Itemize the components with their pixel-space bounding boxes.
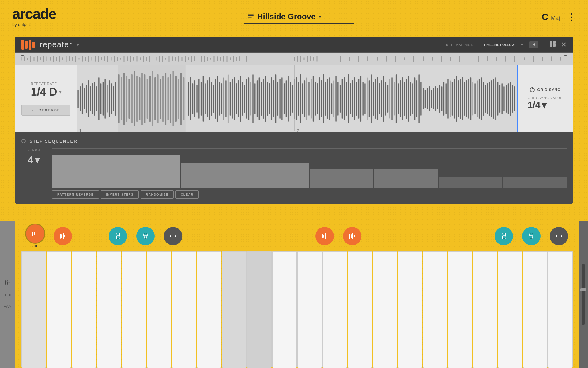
grid-sync-row: GRID SYNC xyxy=(530,87,560,92)
trigger-button-6[interactable] xyxy=(315,227,334,245)
svg-rect-178 xyxy=(225,80,226,117)
white-key-b5[interactable] xyxy=(523,251,548,368)
svg-rect-131 xyxy=(111,83,112,114)
step-bar-6[interactable] xyxy=(374,169,438,188)
svg-rect-225 xyxy=(323,74,324,123)
step-bar-2[interactable] xyxy=(116,155,180,188)
svg-rect-175 xyxy=(219,82,220,116)
white-key-g3[interactable] xyxy=(122,251,146,368)
svg-rect-199 xyxy=(269,83,270,114)
white-key-c5[interactable] xyxy=(373,251,397,368)
trigger-button-10[interactable] xyxy=(550,227,568,245)
white-key-c6[interactable] xyxy=(548,251,573,368)
mixer-icon[interactable] xyxy=(4,279,11,287)
svg-rect-122 xyxy=(92,83,93,114)
svg-rect-92 xyxy=(377,57,378,61)
white-key-g5[interactable] xyxy=(473,251,497,368)
white-key-d4[interactable] xyxy=(222,251,247,368)
white-key-b3[interactable] xyxy=(172,251,196,368)
reverse-button[interactable]: ← REVERSE xyxy=(21,105,70,116)
svg-rect-45 xyxy=(140,57,141,60)
svg-rect-74 xyxy=(233,56,234,62)
step-bar-8[interactable] xyxy=(503,177,567,188)
pattern-reverse-button[interactable]: PATTERN REVERSE xyxy=(52,190,99,199)
white-key-f5[interactable] xyxy=(448,251,472,368)
key-display: C Maj xyxy=(542,12,560,22)
grid-sync-dropdown-arrow: ▾ xyxy=(542,100,546,110)
svg-rect-300 xyxy=(479,79,480,119)
svg-rect-117 xyxy=(82,83,83,114)
white-key-e5[interactable] xyxy=(423,251,447,368)
trigger-button-3[interactable] xyxy=(109,227,127,245)
trigger-button-9[interactable] xyxy=(522,227,541,245)
svg-rect-266 xyxy=(408,76,409,122)
white-key-d3[interactable] xyxy=(47,251,71,368)
fader-track[interactable] xyxy=(582,264,585,325)
svg-rect-71 xyxy=(223,56,224,62)
step-seq-power-icon[interactable] xyxy=(21,139,26,143)
clear-button[interactable]: CLEAR xyxy=(175,190,199,199)
svg-rect-251 xyxy=(377,77,378,120)
white-key-c4[interactable] xyxy=(197,251,221,368)
fader-thumb[interactable] xyxy=(580,288,586,291)
white-key-e3[interactable] xyxy=(72,251,96,368)
step-bar-5[interactable] xyxy=(310,169,373,188)
svg-rect-152 xyxy=(165,73,166,125)
step-bar-1[interactable] xyxy=(52,155,116,188)
trigger-button-5[interactable] xyxy=(164,227,182,245)
invert-steps-button[interactable]: INVERT STEPS xyxy=(101,190,139,199)
plugin-header: repeater ▾ RELEASE MODE: TIMELINE FOLLOW… xyxy=(15,37,573,53)
svg-rect-25 xyxy=(75,56,76,62)
white-key-c3[interactable] xyxy=(21,251,46,368)
right-controls: GRID SYNC GRID SYNC VALUE 1/4 ▾ xyxy=(518,65,573,132)
white-key-e4[interactable] xyxy=(247,251,272,368)
plugin-dropdown-arrow[interactable]: ▾ xyxy=(77,42,79,47)
waveform-main[interactable]: 1 2 xyxy=(77,65,518,132)
white-key-f4[interactable] xyxy=(272,251,297,368)
svg-rect-142 xyxy=(139,77,140,120)
svg-rect-254 xyxy=(383,76,384,122)
grid-sync-value[interactable]: 1/4 ▾ xyxy=(528,100,563,110)
svg-rect-224 xyxy=(321,80,322,117)
grid-view-icon[interactable] xyxy=(549,40,556,49)
track-selector[interactable]: Hillside Groove ▾ xyxy=(244,10,354,24)
white-key-d5[interactable] xyxy=(398,251,422,368)
wave-icon[interactable] xyxy=(4,304,11,310)
release-dropdown-arrow[interactable]: ▾ xyxy=(521,42,523,47)
svg-rect-303 xyxy=(485,85,486,113)
white-key-b4[interactable] xyxy=(348,251,372,368)
svg-rect-124 xyxy=(96,86,97,111)
white-key-a5[interactable] xyxy=(498,251,522,368)
more-menu-button[interactable]: ⋮ xyxy=(567,12,576,22)
svg-rect-245 xyxy=(364,83,365,114)
white-key-a4[interactable] xyxy=(322,251,347,368)
svg-rect-158 xyxy=(180,73,182,125)
mini-waveform-svg xyxy=(18,55,570,63)
trigger-button-2[interactable] xyxy=(54,227,72,245)
track-dropdown-arrow: ▾ xyxy=(319,14,321,20)
svg-rect-67 xyxy=(210,58,211,60)
svg-marker-113 xyxy=(564,55,567,56)
h-button[interactable]: H xyxy=(529,41,538,48)
step-bar-4[interactable] xyxy=(245,163,309,188)
close-button[interactable]: ✕ xyxy=(561,41,567,49)
white-key-f3[interactable] xyxy=(97,251,121,368)
svg-rect-107 xyxy=(514,56,515,62)
trigger-button-1[interactable] xyxy=(26,224,44,243)
white-key-a3[interactable] xyxy=(147,251,172,368)
waveform-mini[interactable] xyxy=(15,53,573,65)
svg-rect-196 xyxy=(263,79,264,119)
arrows-icon[interactable] xyxy=(4,292,11,299)
white-key-g4[interactable] xyxy=(297,251,322,368)
trigger-button-4[interactable] xyxy=(136,227,155,245)
grid-sync-power-icon[interactable] xyxy=(530,87,535,92)
steps-value[interactable]: 4 ▾ xyxy=(28,154,40,166)
trigger-button-7[interactable] xyxy=(343,227,361,245)
svg-rect-216 xyxy=(304,80,305,117)
step-bar-3[interactable] xyxy=(181,163,245,188)
plugin-header-right: ✕ xyxy=(549,40,567,49)
trigger-button-8[interactable] xyxy=(495,227,513,245)
randomize-button[interactable]: RANDOMIZE xyxy=(141,190,174,199)
step-bar-7[interactable] xyxy=(439,177,502,188)
repeat-rate-value[interactable]: 1/4 D ▾ xyxy=(31,86,61,98)
